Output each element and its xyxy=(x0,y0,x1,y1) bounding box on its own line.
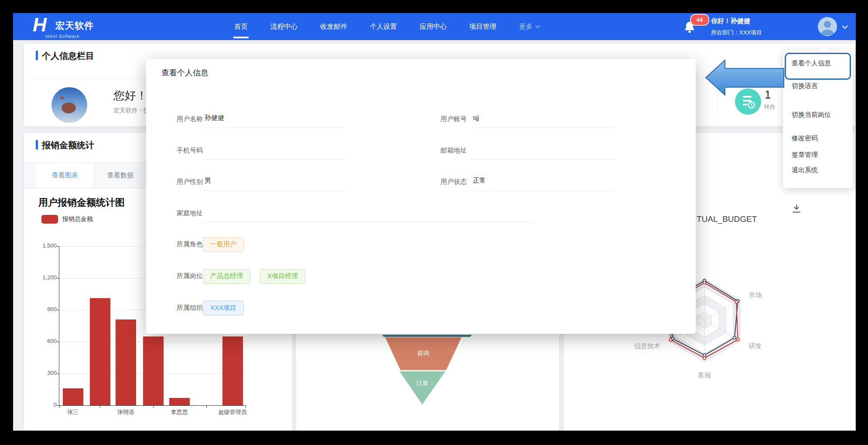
y-axis-label: 1,200 xyxy=(31,274,57,281)
x-axis-tick xyxy=(246,405,246,408)
radar-marker xyxy=(703,281,706,284)
x-axis-label: 超级管理员 xyxy=(213,408,252,416)
brand-name: 宏天软件 xyxy=(55,20,94,32)
funnel-segment-occluded xyxy=(382,335,472,337)
nav-item-流程中心[interactable]: 流程中心 xyxy=(270,13,298,40)
nav-user-department: 所在部门：XXX项目 xyxy=(711,29,762,37)
screenshot-frame: H 宏天软件 otent Software 首页流程中心收发邮件个人设置应用中心… xyxy=(0,0,868,445)
nav-item-收发邮件[interactable]: 收发邮件 xyxy=(319,13,348,40)
tag-一般用户: 一般用户 xyxy=(203,237,244,252)
radar-axis-label-信息技术: 信息技术 xyxy=(634,342,660,350)
x-axis-tick xyxy=(100,405,100,408)
radar-marker xyxy=(733,336,736,339)
field-label-手机号码: 手机号码 xyxy=(164,142,203,159)
nav-item-label: 项目管理 xyxy=(469,13,496,40)
radar-axis-label-研发: 研发 xyxy=(748,342,762,350)
bar-col4 xyxy=(143,336,164,405)
bar-李思思 xyxy=(169,398,190,405)
field-tags-所属组织: XXX项目 xyxy=(203,301,244,316)
profile-photo-avatar xyxy=(51,87,87,123)
view-personal-info-modal: 查看个人信息 用户名称孙健健用户账号sjj手机号码邮箱地址用户性别男用户状态正常… xyxy=(146,59,696,334)
personal-info-card-title: 个人信息栏目 xyxy=(42,50,94,62)
y-axis-label: 0 xyxy=(31,401,57,408)
x-axis-label: 张明语 xyxy=(106,408,145,416)
user-avatar[interactable] xyxy=(818,17,837,36)
nav-item-label: 更多 xyxy=(519,13,533,40)
field-input-手机号码 xyxy=(203,142,345,160)
x-axis-label: 李思思 xyxy=(160,408,199,416)
field-input-用户名称: 孙健健 xyxy=(203,110,345,128)
funnel-segment-订单 xyxy=(400,371,445,404)
field-label-用户状态: 用户状态 xyxy=(427,173,467,190)
tab-查看图表[interactable]: 查看图表 xyxy=(36,163,94,187)
field-label-用户名称: 用户名称 xyxy=(164,110,203,128)
x-axis-label: 张三 xyxy=(53,408,92,416)
menu-item-修改密码[interactable]: 修改密码 xyxy=(792,134,818,143)
radar-marker xyxy=(703,357,706,359)
chevron-down-icon xyxy=(535,24,540,29)
y-axis-tick xyxy=(57,278,59,279)
field-value: 孙健健 xyxy=(205,114,224,122)
transfer-stat-label: 转办 xyxy=(764,103,775,111)
y-axis-label: 1,500 xyxy=(31,242,57,249)
avatar-chevron-down-icon[interactable] xyxy=(841,24,848,31)
app-window: H 宏天软件 otent Software 首页流程中心收发邮件个人设置应用中心… xyxy=(13,13,856,431)
download-icon[interactable] xyxy=(791,203,802,214)
nav-item-首页[interactable]: 首页 xyxy=(233,13,249,40)
nav-item-项目管理[interactable]: 项目管理 xyxy=(468,13,497,40)
field-label-家庭地址: 家庭地址 xyxy=(164,204,203,222)
bar-chart-legend[interactable]: 报销总金额 xyxy=(41,215,93,224)
nav-item-应用中心[interactable]: 应用中心 xyxy=(419,13,448,40)
field-value: 男 xyxy=(205,177,211,185)
field-input-家庭地址 xyxy=(203,204,532,222)
funnel-chart: 咨询订单 xyxy=(379,331,475,411)
field-tags-所属角色: 一般用户 xyxy=(203,237,244,252)
tag-X项目经理: X项目经理 xyxy=(260,269,305,284)
nav-item-label: 收发邮件 xyxy=(320,13,347,40)
expense-card-title: 报销金额统计 xyxy=(42,139,94,151)
tag-XXX项目: XXX项目 xyxy=(203,301,244,316)
field-input-用户状态: 正常 xyxy=(471,173,614,191)
legend-label: 报销总金额 xyxy=(62,215,93,223)
brand-logo[interactable]: H 宏天软件 otent Software xyxy=(33,16,129,38)
field-label-所属角色: 所属角色 xyxy=(164,235,203,253)
field-input-用户账号: sjj xyxy=(471,110,614,128)
y-axis-tick xyxy=(57,246,59,247)
x-axis-tick xyxy=(59,405,60,408)
y-axis-label: 300 xyxy=(31,370,57,376)
nav-menu: 首页流程中心收发邮件个人设置应用中心项目管理更多 xyxy=(233,13,541,40)
field-value: 正常 xyxy=(473,177,486,185)
radar-axis-label-客服: 客服 xyxy=(698,371,711,379)
brand-subtitle: otent Software xyxy=(45,34,79,39)
field-value: sjj xyxy=(473,114,479,121)
nav-item-个人设置[interactable]: 个人设置 xyxy=(369,13,398,40)
field-label-用户性别: 用户性别 xyxy=(164,173,203,190)
bar-col2 xyxy=(90,298,110,405)
tab-查看数据[interactable]: 查看数据 xyxy=(94,163,147,187)
radar-title-fragment: TUAL_BUDGET xyxy=(697,214,757,224)
y-axis-tick xyxy=(57,374,59,374)
field-label-用户账号: 用户账号 xyxy=(427,110,467,128)
menu-item-退出系统[interactable]: 退出系统 xyxy=(792,166,818,174)
notification-count-badge[interactable]: 44 xyxy=(690,14,709,26)
menu-item-切换当前岗位[interactable]: 切换当前岗位 xyxy=(792,111,831,119)
radar-marker xyxy=(735,301,738,303)
funnel-label: 订单 xyxy=(416,380,428,387)
bar-超级管理员 xyxy=(222,336,243,405)
nav-item-label: 首页 xyxy=(234,13,248,40)
radar-marker xyxy=(669,338,672,341)
header-accent-bar xyxy=(36,51,38,60)
bar-张明语 xyxy=(116,319,136,405)
radar-marker xyxy=(736,338,739,341)
header-accent-bar xyxy=(36,140,38,149)
menu-item-签章管理[interactable]: 签章管理 xyxy=(792,151,818,159)
field-label-所属岗位: 所属岗位 xyxy=(164,267,203,285)
radar-axis-label-市场: 市场 xyxy=(748,291,762,299)
radar-marker xyxy=(703,354,706,357)
nav-item-更多[interactable]: 更多 xyxy=(518,13,541,40)
field-label-所属组织: 所属组织 xyxy=(164,299,203,316)
nav-item-label: 流程中心 xyxy=(270,13,297,40)
field-tags-所属岗位: 产品总经理X项目经理 xyxy=(203,269,305,284)
annotation-arrow-icon xyxy=(704,59,798,100)
top-nav: H 宏天软件 otent Software 首页流程中心收发邮件个人设置应用中心… xyxy=(13,13,856,40)
